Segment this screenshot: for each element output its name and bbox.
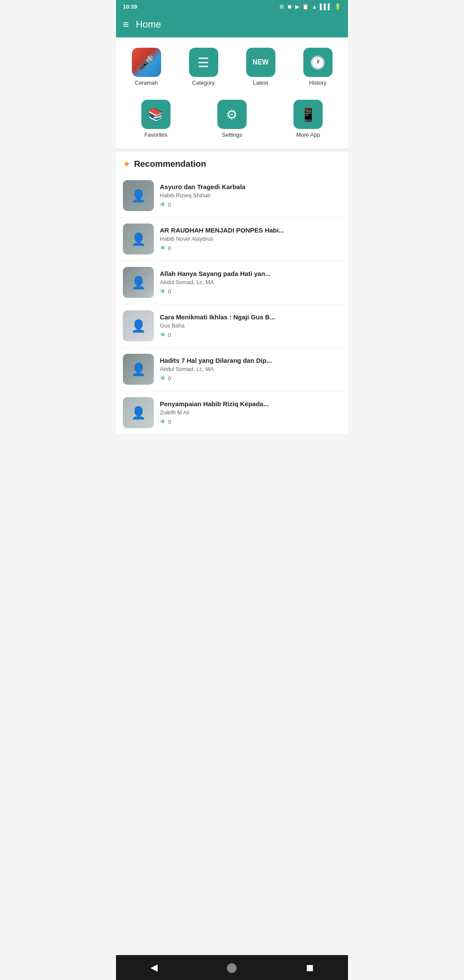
page-title: Home (136, 19, 161, 30)
menu-item-latest[interactable]: NEW Latest (234, 44, 287, 89)
back-button[interactable]: ◀ (142, 960, 166, 975)
rec-author-6: Zulkifli M Ali (160, 409, 341, 416)
category-icon-box: ☰ (189, 48, 218, 77)
menu-item-favorites[interactable]: 📚 Favorites (119, 96, 192, 141)
status-icons: ⚙ ⏺ ▶ 📋 ▲ ▌▌▌ 🔋 (279, 3, 341, 10)
rec-info-3: Allah Hanya Sayang pada Hati yan... Abdu… (160, 270, 341, 295)
rec-author-2: Habib Novel Alaydrus (160, 236, 341, 242)
list-item[interactable]: 👤 Hadits 7 Hal yang Dilarang dan Dip... … (116, 348, 348, 391)
rec-author-3: Abdul Somad, Lc, MA (160, 279, 341, 285)
list-item[interactable]: 👤 Asyuro dan Tragedi Karbala Habib Rizie… (116, 174, 348, 217)
rec-views-5: 👁 0 (160, 375, 341, 382)
list-item[interactable]: 👤 Cara Menikmati Ikhlas : Ngaji Gus B...… (116, 304, 348, 348)
list-item[interactable]: 👤 Penyampaian Habib Riziq Kepada... Zulk… (116, 391, 348, 435)
views-count-2: 0 (168, 245, 171, 251)
status-bar: 10:39 ⚙ ⏺ ▶ 📋 ▲ ▌▌▌ 🔋 (116, 0, 348, 13)
recommendation-header: ★ Recommendation (116, 148, 348, 174)
status-time: 10:39 (123, 3, 137, 10)
rec-info-6: Penyampaian Habib Riziq Kepada... Zulkif… (160, 400, 341, 425)
menu-item-settings[interactable]: ⚙ Settings (195, 96, 268, 141)
history-icon-box: 🕐 (303, 48, 333, 77)
list-item[interactable]: 👤 Allah Hanya Sayang pada Hati yan... Ab… (116, 261, 348, 304)
menu-item-more-app[interactable]: 📱 More App (272, 96, 345, 141)
settings-status-icon: ⚙ (279, 3, 284, 10)
menu-row-1: 🎤 Ceramah ☰ Category NEW Latest 🕐 Histor… (116, 37, 348, 93)
rec-info-4: Cara Menikmati Ikhlas : Ngaji Gus B... G… (160, 313, 341, 338)
category-label: Category (192, 80, 215, 86)
rec-info-5: Hadits 7 Hal yang Dilarang dan Dip... Ab… (160, 357, 341, 382)
latest-icon-box: NEW (246, 48, 275, 77)
more-app-icon-box: 📱 (293, 100, 323, 129)
battery-icon: 🔋 (334, 3, 341, 10)
rec-title-4: Cara Menikmati Ikhlas : Ngaji Gus B... (160, 313, 341, 321)
rec-title-3: Allah Hanya Sayang pada Hati yan... (160, 270, 341, 277)
views-count-5: 0 (168, 375, 171, 382)
ceramah-bg: 🎤 (132, 48, 161, 77)
favorites-icon-box: 📚 (141, 100, 171, 129)
menu-item-history[interactable]: 🕐 History (291, 44, 345, 89)
hamburger-menu-icon[interactable]: ≡ (123, 18, 129, 31)
recommendation-title: Recommendation (134, 159, 206, 169)
rec-views-3: 👁 0 (160, 288, 341, 295)
rec-info-1: Asyuro dan Tragedi Karbala Habib Rizieq … (160, 183, 341, 208)
rec-author-4: Gus Baha (160, 322, 341, 329)
settings-icon-box: ⚙ (217, 100, 247, 129)
signal-icon: ▌▌▌ (320, 3, 332, 10)
views-count-6: 0 (168, 419, 171, 425)
eye-icon: 👁 (160, 201, 166, 208)
ceramah-icon-box: 🎤 (132, 48, 161, 77)
thumbnail-6: 👤 (123, 397, 154, 428)
thumbnail-5: 👤 (123, 354, 154, 385)
home-button[interactable]: ⬤ (218, 960, 246, 975)
toolbar: ≡ Home (116, 13, 348, 37)
star-icon: ★ (123, 159, 131, 169)
latest-label: Latest (253, 80, 268, 86)
thumbnail-4: 👤 (123, 310, 154, 341)
settings-label: Settings (222, 132, 242, 138)
notification-status-icon: 📋 (302, 3, 309, 10)
recommendation-list: 👤 Asyuro dan Tragedi Karbala Habib Rizie… (116, 174, 348, 435)
eye-icon: 👁 (160, 245, 166, 251)
history-label: History (309, 80, 326, 86)
thumbnail-3: 👤 (123, 267, 154, 298)
menu-item-category[interactable]: ☰ Category (177, 44, 230, 89)
eye-icon: 👁 (160, 418, 166, 425)
rec-author-1: Habib Rizieq Shihab (160, 192, 341, 199)
rec-title-2: AR RAUDHAH MENJADI PONPES Habi... (160, 227, 341, 234)
views-count-1: 0 (168, 202, 171, 208)
rec-views-1: 👁 0 (160, 201, 341, 208)
eye-icon: 👁 (160, 375, 166, 382)
rec-views-4: 👁 0 (160, 331, 341, 338)
views-count-4: 0 (168, 332, 171, 338)
play-status-icon: ▶ (295, 3, 299, 10)
bottom-navigation: ◀ ⬤ ◼ (116, 955, 348, 980)
rec-views-6: 👁 0 (160, 418, 341, 425)
favorites-label: Favorites (144, 132, 167, 138)
rec-views-2: 👁 0 (160, 245, 341, 251)
rec-title-1: Asyuro dan Tragedi Karbala (160, 183, 341, 190)
thumbnail-1: 👤 (123, 180, 154, 211)
record-status-icon: ⏺ (287, 3, 293, 10)
list-item[interactable]: 👤 AR RAUDHAH MENJADI PONPES Habi... Habi… (116, 217, 348, 261)
rec-info-2: AR RAUDHAH MENJADI PONPES Habi... Habib … (160, 227, 341, 251)
more-app-label: More App (296, 132, 320, 138)
menu-row-2: 📚 Favorites ⚙ Settings 📱 More App (116, 93, 348, 148)
views-count-3: 0 (168, 288, 171, 295)
rec-author-5: Abdul Somad, Lc, MA (160, 366, 341, 372)
thumbnail-2: 👤 (123, 224, 154, 254)
eye-icon: 👁 (160, 331, 166, 338)
ceramah-label: Ceramah (135, 80, 158, 86)
wifi-icon: ▲ (311, 3, 317, 10)
rec-title-6: Penyampaian Habib Riziq Kepada... (160, 400, 341, 407)
rec-title-5: Hadits 7 Hal yang Dilarang dan Dip... (160, 357, 341, 364)
menu-item-ceramah[interactable]: 🎤 Ceramah (119, 44, 173, 89)
eye-icon: 👁 (160, 288, 166, 295)
recent-button[interactable]: ◼ (297, 960, 322, 975)
